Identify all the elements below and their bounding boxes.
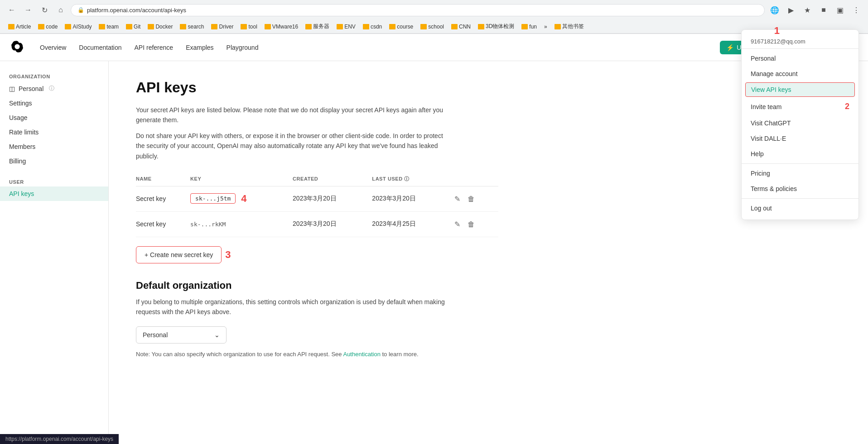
dropdown-personal[interactable]: Personal	[742, 51, 858, 66]
bookmark-env[interactable]: ENV	[334, 22, 358, 31]
folder-icon	[389, 24, 395, 29]
folder-icon	[521, 24, 528, 29]
dropdown-visit-dalle[interactable]: Visit DALL·E	[742, 131, 858, 146]
nav-overview[interactable]: Overview	[34, 40, 72, 55]
dropdown-terms[interactable]: Terms & policies	[742, 181, 858, 196]
sidebar-item-personal[interactable]: ◫ Personal ⓘ	[0, 81, 108, 96]
tab-button[interactable]: ▣	[834, 4, 846, 16]
org-select-value: Personal	[143, 331, 168, 339]
dropdown-email: 916718212@qq.com	[742, 33, 858, 49]
bookmark-fun[interactable]: fun	[519, 22, 540, 31]
delete-key-1-button[interactable]: 🗑	[465, 193, 477, 205]
col-actions	[452, 172, 498, 186]
folder-icon	[180, 24, 186, 29]
create-label: + Create new secret key	[145, 251, 213, 258]
org-select[interactable]: Personal ⌄	[136, 326, 227, 344]
folder-icon	[65, 24, 71, 29]
folder-icon	[38, 24, 44, 29]
lock-icon: 🔒	[77, 7, 84, 13]
dropdown-help[interactable]: Help	[742, 146, 858, 162]
chevron-down-icon: ⌄	[214, 331, 220, 339]
bookmark-vmware[interactable]: VMware16	[262, 22, 301, 31]
create-secret-key-button[interactable]: + Create new secret key	[136, 246, 222, 263]
page-desc-1: Your secret API keys are listed below. P…	[136, 105, 453, 125]
bookmark-server[interactable]: 服务器	[303, 21, 332, 32]
nav-api-reference[interactable]: API reference	[129, 40, 179, 55]
dropdown-pricing[interactable]: Pricing	[742, 166, 858, 181]
footer-note-text2: to learn more.	[382, 351, 419, 358]
translate-button[interactable]: 🌐	[768, 4, 781, 16]
col-name: NAME	[136, 172, 190, 186]
col-created: CREATED	[293, 172, 372, 186]
lightning-icon: ⚡	[726, 44, 734, 51]
dropdown-menu: 916718212@qq.com Personal Manage account…	[741, 29, 859, 220]
sidebar-item-rate-limits[interactable]: Rate limits	[0, 125, 108, 139]
edit-key-2-button[interactable]: ✎	[452, 218, 463, 230]
address-bar[interactable]: 🔒 platform.openai.com/account/api-keys	[71, 4, 765, 16]
user-section-label: USER	[0, 176, 108, 186]
nav-documentation[interactable]: Documentation	[73, 40, 127, 55]
sidebar-item-settings[interactable]: Settings	[0, 96, 108, 110]
openai-logo[interactable]	[11, 40, 24, 54]
bookmark-button[interactable]: ★	[801, 4, 814, 16]
extensions-button[interactable]: ■	[817, 4, 830, 16]
create-btn-row: + Create new secret key 3	[136, 246, 841, 263]
folder-icon	[211, 24, 217, 29]
back-button[interactable]: ←	[5, 4, 18, 16]
sidebar-settings-label: Settings	[9, 100, 32, 107]
app-layout: ORGANIZATION ◫ Personal ⓘ Settings Usage…	[0, 61, 868, 444]
bookmark-more[interactable]: »	[541, 22, 550, 31]
bookmark-code[interactable]: code	[35, 22, 60, 31]
sidebar-personal-label: Personal	[19, 85, 43, 92]
delete-key-2-button[interactable]: 🗑	[465, 219, 477, 230]
bookmark-cnn[interactable]: CNN	[448, 22, 473, 31]
key-actions-1: ✎ 🗑	[452, 186, 498, 211]
dropdown-invite-team[interactable]: Invite team 2	[742, 98, 858, 115]
edit-key-1-button[interactable]: ✎	[452, 193, 463, 205]
bookmark-team[interactable]: team	[96, 22, 121, 31]
bookmark-article[interactable]: Article	[5, 22, 34, 31]
bookmark-3d[interactable]: 3D物体检测	[475, 21, 517, 32]
key-created-2: 2023年3月20日	[293, 211, 372, 237]
folder-icon	[148, 24, 154, 29]
dropdown-visit-chatgpt[interactable]: Visit ChatGPT	[742, 115, 858, 131]
bookmark-docker[interactable]: Docker	[145, 22, 175, 31]
forward-button[interactable]: →	[22, 4, 34, 16]
cast-button[interactable]: ▶	[785, 4, 797, 16]
bookmark-driver[interactable]: Driver	[208, 22, 236, 31]
key-last-used-2: 2023年4月25日	[372, 211, 451, 237]
nav-examples[interactable]: Examples	[180, 40, 219, 55]
nav-playground[interactable]: Playground	[221, 40, 264, 55]
dropdown-manage-account[interactable]: Manage account	[742, 66, 858, 81]
refresh-button[interactable]: ↻	[38, 4, 51, 16]
sidebar-item-api-keys[interactable]: API keys	[0, 186, 108, 201]
sidebar-item-billing[interactable]: Billing	[0, 154, 108, 168]
bookmark-csdn[interactable]: csdn	[360, 22, 385, 31]
org-icon: ◫	[9, 85, 15, 92]
bookmark-other[interactable]: 其他书签	[552, 21, 587, 32]
menu-button[interactable]: ⋮	[850, 4, 863, 16]
authentication-link[interactable]: Authentication	[343, 351, 380, 358]
folder-icon	[265, 24, 271, 29]
bookmark-aistudy[interactable]: AIStudy	[62, 22, 94, 31]
home-button[interactable]: ⌂	[54, 4, 67, 16]
info-icon-col: ⓘ	[404, 176, 410, 181]
bookmark-course[interactable]: course	[386, 22, 416, 31]
bookmark-school[interactable]: school	[418, 22, 447, 31]
dropdown-divider	[742, 163, 858, 164]
bookmark-search[interactable]: search	[177, 22, 207, 31]
sidebar-rate-limits-label: Rate limits	[9, 129, 39, 136]
folder-icon	[305, 24, 312, 29]
bookmarks-bar: Article code AIStudy team Git Docker sea…	[0, 20, 868, 33]
dropdown-logout[interactable]: Log out	[742, 201, 858, 216]
bookmark-git[interactable]: Git	[123, 22, 143, 31]
dropdown-view-api-keys[interactable]: View API keys	[745, 82, 855, 97]
key-name-2: Secret key	[136, 211, 190, 237]
folder-icon	[8, 24, 14, 29]
folder-icon	[241, 24, 247, 29]
default-org-desc: If you belong to multiple organizations,…	[136, 297, 453, 317]
bookmark-tool[interactable]: tool	[238, 22, 260, 31]
sidebar-item-members[interactable]: Members	[0, 139, 108, 154]
nav-header: Overview Documentation API reference Exa…	[0, 34, 868, 61]
sidebar-item-usage[interactable]: Usage	[0, 110, 108, 125]
